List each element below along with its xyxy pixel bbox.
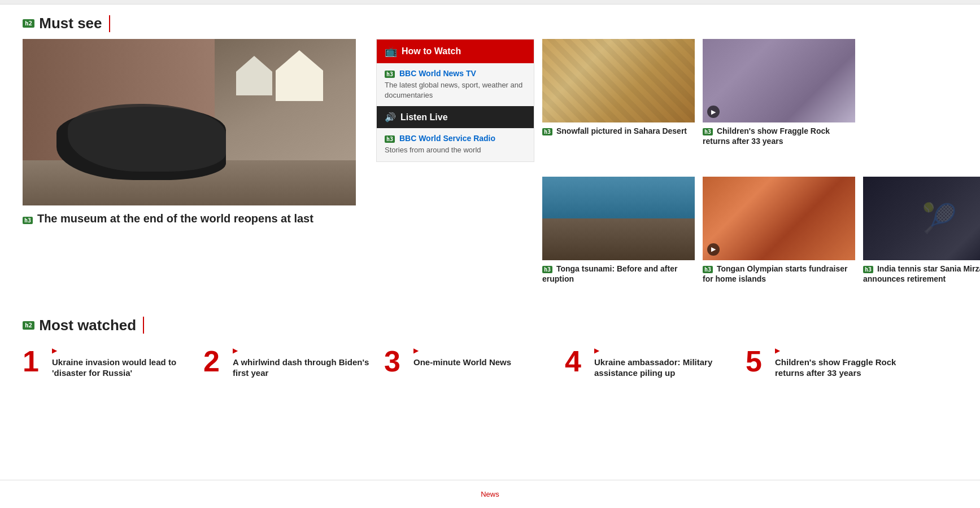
how-to-watch-label: How to Watch	[402, 46, 461, 56]
mw-play-2[interactable]	[233, 347, 373, 354]
must-see-heading: h2 Must see	[0, 5, 980, 39]
must-see-divider	[109, 15, 110, 32]
bbc-tv-desc: The latest global news, sport, weather a…	[385, 80, 526, 100]
most-watched-divider	[143, 317, 144, 334]
tonga-h3badge: h3	[542, 266, 552, 273]
bottom-right-row: h3 Tonga tsunami: Before and after erupt…	[542, 177, 980, 284]
tennis-image[interactable]	[863, 177, 980, 260]
tennis-h3badge: h3	[863, 266, 873, 273]
big-card-title-row: h3 The museum at the end of the world re…	[23, 205, 356, 228]
fraggle-title-row: h3 Children's show Fraggle Rock returns …	[703, 122, 855, 146]
house-shape-1	[265, 50, 333, 101]
bbc-tv-title-row: h3 BBC World News TV	[385, 69, 526, 78]
fraggle-card: ▶ h3 Children's show Fraggle Rock return…	[703, 39, 855, 146]
page-wrapper: h2 Must see h3 The museum at the end of …	[0, 0, 980, 508]
sahara-h3badge: h3	[542, 128, 552, 135]
big-card-image[interactable]	[23, 39, 356, 205]
how-to-watch-box: 📺 How to Watch h3 BBC World News TV The …	[376, 39, 534, 162]
mw-content-1: Ukraine invasion would lead to 'disaster…	[52, 347, 192, 379]
tennis-title-row: h3 India tennis star Sania Mirza announc…	[863, 260, 980, 284]
tab-news-label: News	[481, 490, 499, 498]
bottom-tab-bar: News	[0, 480, 980, 508]
top-right-row: 📺 How to Watch h3 BBC World News TV The …	[376, 39, 980, 169]
mw-number-2: 2	[203, 347, 226, 376]
mw-play-1[interactable]	[52, 347, 192, 354]
tonga-title-row: h3 Tonga tsunami: Before and after erupt…	[542, 260, 695, 284]
most-watched-section: h2 Most watched	[0, 301, 980, 341]
how-to-watch-header[interactable]: 📺 How to Watch	[377, 40, 534, 63]
mw-content-5: Children's show Fraggle Rock returns aft…	[775, 347, 915, 379]
tennis-title-text[interactable]: India tennis star Sania Mirza announces …	[863, 264, 980, 283]
sahara-title-row: h3 Snowfall pictured in Sahara Desert	[542, 122, 695, 136]
mw-play-3[interactable]	[413, 347, 511, 354]
olympian-title-row: h3 Tongan Olympian starts fundraiser for…	[703, 260, 855, 284]
seal-silhouette	[56, 107, 226, 180]
right-section: 📺 How to Watch h3 BBC World News TV The …	[376, 39, 980, 284]
top-bar	[0, 0, 980, 5]
mw-title-4[interactable]: Ukraine ambassador: Military assistance …	[594, 357, 734, 379]
sahara-card: h3 Snowfall pictured in Sahara Desert	[542, 39, 695, 136]
mw-title-2[interactable]: A whirlwind dash through Biden's first y…	[233, 357, 373, 379]
mw-content-2: A whirlwind dash through Biden's first y…	[233, 347, 373, 379]
olympian-play-icon[interactable]: ▶	[707, 243, 720, 256]
big-card: h3 The museum at the end of the world re…	[23, 39, 356, 228]
must-see-row: h3 The museum at the end of the world re…	[0, 39, 980, 301]
most-watched-item-3: 3 One-minute World News	[384, 347, 565, 379]
mw-title-1[interactable]: Ukraine invasion would lead to 'disaster…	[52, 357, 192, 379]
fraggle-title-text[interactable]: Children's show Fraggle Rock returns aft…	[703, 126, 830, 146]
fraggle-image[interactable]: ▶	[703, 39, 855, 122]
bbc-tv-item: h3 BBC World News TV The latest global n…	[377, 63, 534, 106]
bbc-radio-title[interactable]: BBC World Service Radio	[399, 134, 495, 143]
olympian-h3badge: h3	[703, 266, 713, 273]
most-watched-list: 1 Ukraine invasion would lead to 'disast…	[0, 341, 980, 379]
most-watched-h2badge: h2	[23, 321, 34, 330]
most-watched-heading-row: h2 Most watched	[23, 306, 957, 341]
sahara-image[interactable]	[542, 39, 695, 122]
fraggle-play-icon[interactable]: ▶	[707, 106, 720, 118]
mw-content-3: One-minute World News	[413, 347, 511, 368]
bbc-radio-h3badge: h3	[385, 135, 395, 143]
most-watched-title: Most watched	[39, 317, 136, 334]
bbc-radio-desc: Stories from around the world	[385, 145, 526, 155]
most-watched-item-4: 4 Ukraine ambassador: Military assistanc…	[565, 347, 746, 379]
tonga-image[interactable]	[542, 177, 695, 260]
mw-title-3[interactable]: One-minute World News	[413, 357, 511, 368]
mw-number-1: 1	[23, 347, 45, 376]
olympian-card: ▶ h3 Tongan Olympian starts fundraiser f…	[703, 177, 855, 284]
bbc-tv-title[interactable]: BBC World News TV	[399, 69, 476, 78]
mw-number-5: 5	[746, 347, 768, 376]
mw-play-4[interactable]	[594, 347, 734, 354]
mw-content-4: Ukraine ambassador: Military assistance …	[594, 347, 734, 379]
big-card-h3badge: h3	[23, 217, 33, 224]
must-see-title: Must see	[39, 15, 102, 32]
bbc-radio-title-row: h3 BBC World Service Radio	[385, 134, 526, 143]
tab-news[interactable]: News	[456, 487, 524, 502]
mw-number-4: 4	[565, 347, 587, 376]
mw-number-3: 3	[384, 347, 407, 376]
tennis-card: h3 India tennis star Sania Mirza announc…	[863, 177, 980, 284]
mw-title-5[interactable]: Children's show Fraggle Rock returns aft…	[775, 357, 915, 379]
tonga-title-text[interactable]: Tonga tsunami: Before and after eruption	[542, 264, 677, 283]
big-card-title-text[interactable]: The museum at the end of the world reope…	[37, 212, 313, 225]
house-shape-2	[232, 56, 277, 95]
listen-live-header[interactable]: 🔊 Listen Live	[377, 106, 534, 128]
tonga-card: h3 Tonga tsunami: Before and after erupt…	[542, 177, 695, 284]
bbc-tv-h3badge: h3	[385, 71, 395, 78]
most-watched-item-2: 2 A whirlwind dash through Biden's first…	[203, 347, 384, 379]
speaker-icon: 🔊	[385, 112, 396, 122]
fraggle-h3badge: h3	[703, 128, 713, 135]
mw-play-5[interactable]	[775, 347, 915, 354]
tv-icon: 📺	[385, 45, 397, 58]
most-watched-item-1: 1 Ukraine invasion would lead to 'disast…	[23, 347, 203, 379]
sahara-title-text[interactable]: Snowfall pictured in Sahara Desert	[556, 126, 687, 135]
olympian-title-text[interactable]: Tongan Olympian starts fundraiser for ho…	[703, 264, 848, 283]
bbc-radio-item: h3 BBC World Service Radio Stories from …	[377, 128, 534, 161]
listen-live-label: Listen Live	[400, 112, 448, 122]
most-watched-item-5: 5 Children's show Fraggle Rock returns a…	[746, 347, 926, 379]
olympian-image[interactable]: ▶	[703, 177, 855, 260]
must-see-h2badge: h2	[23, 19, 34, 28]
